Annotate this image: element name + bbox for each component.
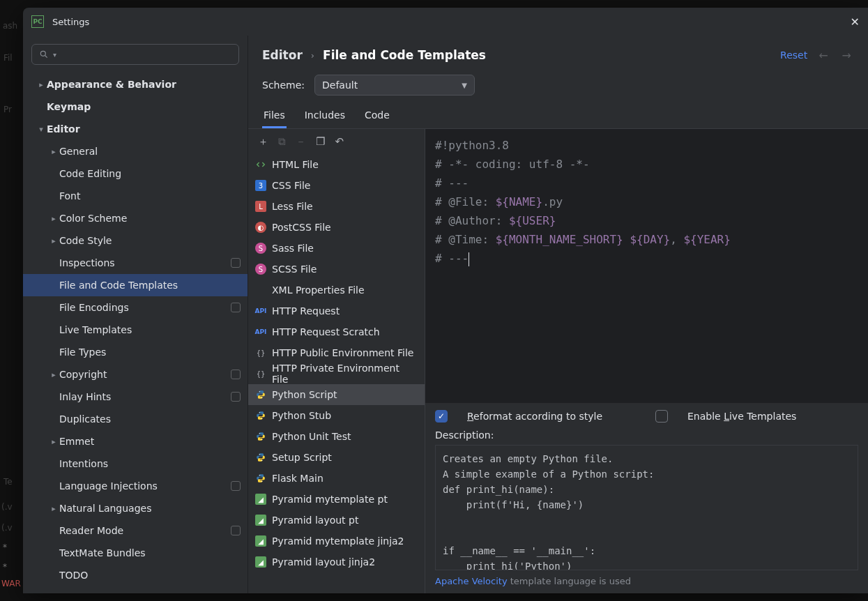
close-button[interactable]: ✕ (851, 15, 860, 29)
sidebar-item[interactable]: TextMate Bundles (23, 542, 248, 564)
window-title: Settings (52, 17, 89, 27)
chevron-right-icon[interactable]: ▸ (48, 147, 59, 156)
sidebar-item[interactable]: ▸Color Scheme (23, 207, 248, 229)
live-templates-label[interactable]: Enable Live Templates (687, 411, 796, 422)
breadcrumb-leaf: File and Code Templates (323, 48, 486, 62)
sidebar-item[interactable]: ▾Editor (23, 118, 248, 140)
template-toolbar: ＋ ⧉ － ❐ ↶ (248, 129, 425, 154)
copy-button[interactable]: ❐ (316, 135, 325, 148)
sidebar-item-label: Duplicates (59, 413, 111, 425)
sidebar-item[interactable]: Code Editing (23, 162, 248, 185)
sidebar-item-label: File and Code Templates (59, 280, 178, 291)
sidebar-item[interactable]: Inspections (23, 252, 248, 274)
chevron-right-icon[interactable]: ▸ (36, 80, 47, 89)
sidebar-item[interactable]: Language Injections (23, 475, 248, 497)
template-item-label: Pyramid layout jinja2 (272, 556, 375, 568)
sass-icon: S (255, 264, 266, 275)
sidebar-item[interactable]: Reader Mode (23, 519, 248, 542)
tab-includes[interactable]: Includes (303, 102, 347, 128)
breadcrumb: Editor › File and Code Templates Reset ←… (248, 36, 868, 75)
chevron-right-icon[interactable]: ▸ (48, 504, 59, 513)
sidebar-item[interactable]: Duplicates (23, 408, 248, 430)
breadcrumb-root[interactable]: Editor (262, 48, 303, 62)
template-item[interactable]: ◢Pyramid layout pt (248, 510, 425, 531)
svg-point-0 (40, 51, 45, 56)
chevron-right-icon[interactable]: ▸ (48, 236, 59, 245)
chevron-right-icon[interactable]: ▸ (48, 437, 59, 446)
reformat-checkbox[interactable]: ✓ (435, 410, 448, 423)
template-item[interactable]: LLess File (248, 196, 425, 217)
template-item[interactable]: {}HTTP Public Environment File (248, 342, 425, 363)
template-item[interactable]: HTML File (248, 154, 425, 175)
sidebar-item[interactable]: Inlay Hints (23, 386, 248, 408)
project-scope-icon (231, 392, 241, 402)
template-item[interactable]: Python Script (248, 384, 425, 405)
tab-files[interactable]: Files (262, 102, 287, 128)
template-item[interactable]: Python Stub (248, 405, 425, 426)
template-item[interactable]: SSCSS File (248, 259, 425, 280)
py-icon (255, 431, 266, 442)
sidebar-item[interactable]: Intentions (23, 452, 248, 475)
tab-code[interactable]: Code (363, 102, 391, 128)
sidebar-item[interactable]: ▸Emmet (23, 430, 248, 452)
template-item[interactable]: 3CSS File (248, 175, 425, 196)
template-item[interactable]: ◢Pyramid mytemplate jinja2 (248, 531, 425, 551)
template-item[interactable]: ◢Pyramid layout jinja2 (248, 551, 425, 572)
template-item-label: Python Stub (272, 410, 331, 421)
reset-button[interactable]: Reset (780, 50, 807, 61)
pyr-icon: ◢ (255, 556, 266, 568)
pycharm-icon: PC (31, 15, 44, 28)
template-item[interactable]: SSass File (248, 238, 425, 259)
template-item[interactable]: APIHTTP Request (248, 300, 425, 321)
forward-button[interactable]: → (839, 49, 854, 62)
sidebar-item[interactable]: File Encodings (23, 296, 248, 319)
sidebar-item[interactable]: Keymap (23, 96, 248, 118)
template-item[interactable]: ◐PostCSS File (248, 217, 425, 238)
template-item[interactable]: {}HTTP Private Environment File (248, 363, 425, 384)
svg-point-4 (259, 412, 260, 413)
template-item[interactable]: Python Unit Test (248, 426, 425, 447)
settings-tree[interactable]: ▸Appearance & BehaviorKeymap▾Editor▸Gene… (23, 73, 248, 593)
sidebar-item[interactable]: ▸General (23, 140, 248, 162)
svg-point-10 (259, 475, 260, 476)
template-item-label: XML Properties File (272, 284, 365, 296)
template-item[interactable]: Flask Main (248, 468, 425, 489)
back-button[interactable]: ← (816, 49, 830, 62)
scheme-select[interactable]: Default ▼ (314, 75, 475, 96)
revert-button[interactable]: ↶ (335, 135, 344, 148)
sidebar-item[interactable]: TODO (23, 564, 248, 586)
sidebar-item-label: Emmet (59, 436, 94, 447)
add-button[interactable]: ＋ (258, 135, 268, 149)
velocity-link[interactable]: Apache Velocity (435, 576, 508, 586)
chevron-down-icon: ▼ (462, 82, 467, 89)
template-code-editor[interactable]: #!python3.8 # -*- coding: utf-8 -*- # --… (425, 129, 868, 403)
sidebar-item[interactable]: Live Templates (23, 319, 248, 341)
sidebar-item-label: Natural Languages (59, 503, 151, 514)
svg-point-2 (259, 391, 260, 392)
postcss-icon: ◐ (255, 222, 266, 233)
svg-point-7 (261, 439, 262, 440)
search-input[interactable]: ▾ (31, 44, 239, 65)
chevron-down-icon[interactable]: ▾ (36, 125, 47, 134)
sidebar-item[interactable]: Font (23, 185, 248, 207)
py-icon (255, 389, 266, 400)
sidebar-item[interactable]: File Types (23, 341, 248, 363)
template-item[interactable]: Setup Script (248, 447, 425, 468)
sidebar-item[interactable]: ▸Code Style (23, 229, 248, 252)
sidebar-item[interactable]: ▸Copyright (23, 363, 248, 386)
live-templates-checkbox[interactable] (655, 410, 668, 423)
template-item[interactable]: XML Properties File (248, 280, 425, 300)
sidebar-item[interactable]: ▸Appearance & Behavior (23, 73, 248, 96)
chevron-right-icon[interactable]: ▸ (48, 214, 59, 223)
template-list[interactable]: HTML File3CSS FileLLess File◐PostCSS Fil… (248, 154, 425, 593)
sidebar-item[interactable]: ▸Natural Languages (23, 497, 248, 519)
template-item[interactable]: APIHTTP Request Scratch (248, 321, 425, 342)
json-icon: {} (255, 368, 266, 379)
reformat-label[interactable]: Reformat according to style (467, 411, 602, 422)
less-icon: L (255, 201, 266, 212)
description-text[interactable]: Creates an empty Python file. A simple e… (435, 445, 858, 570)
chevron-right-icon[interactable]: ▸ (48, 370, 59, 379)
template-item[interactable]: ◢Pyramid mytemplate pt (248, 489, 425, 510)
sidebar-item[interactable]: File and Code Templates (23, 274, 248, 296)
settings-sidebar: ▾ ▸Appearance & BehaviorKeymap▾Editor▸Ge… (23, 36, 248, 593)
